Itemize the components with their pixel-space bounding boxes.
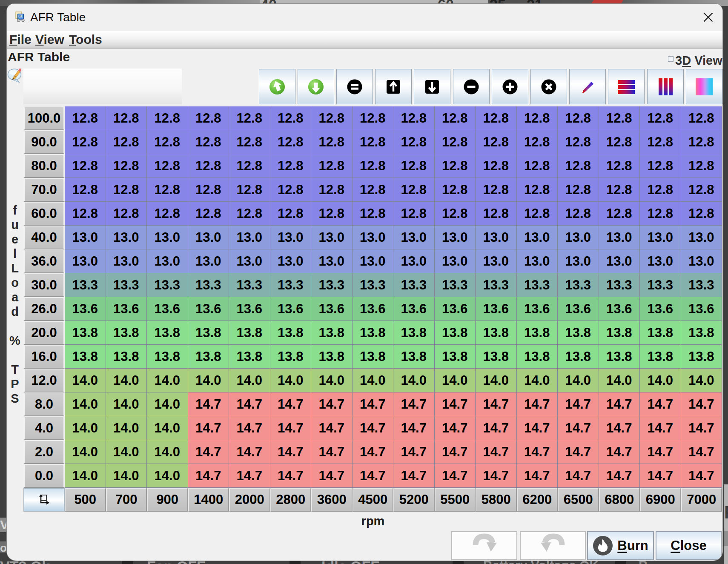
- svg-text:101: 101: [18, 15, 23, 17]
